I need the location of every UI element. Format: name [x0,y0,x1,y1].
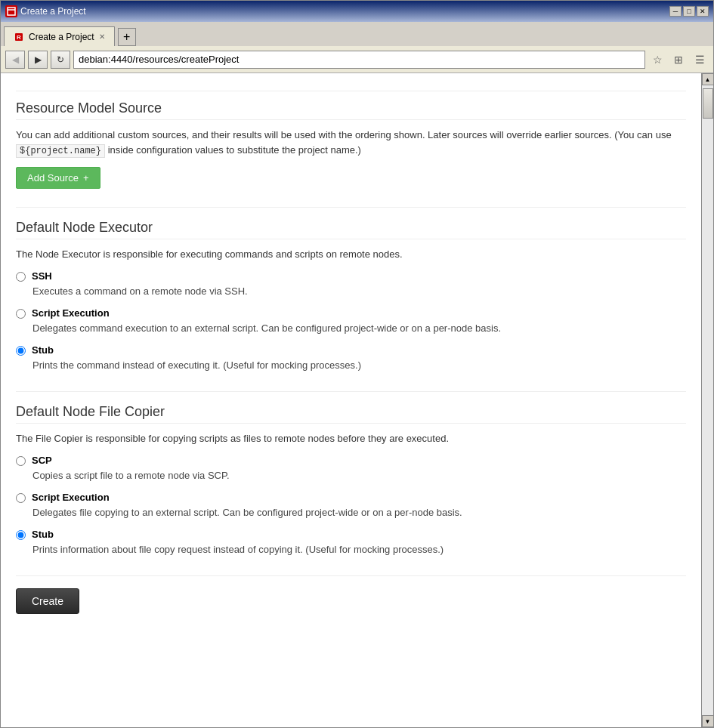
section-divider-2 [16,391,686,392]
window-controls: ─ □ ✕ [669,6,709,17]
copier-script-radio[interactable] [16,493,26,503]
browser-window: Create a Project ─ □ ✕ R Create a Projec… [0,0,714,728]
scrollbar-thumb[interactable] [703,88,713,119]
executor-stub-option: Stub [16,344,686,356]
copier-script-desc: Delegates file copying to an external sc… [32,506,686,520]
copier-stub-desc: Prints information about file copy reque… [32,543,686,557]
nav-bar: ◀ ▶ ↻ debian:4440/resources/createProjec… [1,46,713,73]
back-button[interactable]: ◀ [5,51,25,69]
copier-script-label[interactable]: Script Execution [32,492,110,503]
minimize-button[interactable]: ─ [669,6,682,17]
scroll-up-button[interactable]: ▲ [702,73,714,85]
close-button[interactable]: ✕ [697,6,709,17]
copier-scp-label[interactable]: SCP [32,455,52,466]
file-copier-desc: The File Copier is responsible for copyi… [16,431,686,446]
section-divider-3 [16,575,686,576]
add-source-label: Add Source [27,172,79,184]
menu-icon[interactable]: ☰ [691,51,709,69]
node-executor-title: Default Node Executor [16,220,686,239]
scrollbar: ▲ ▼ [701,73,713,727]
tab-close-button[interactable]: ✕ [99,32,105,41]
executor-script-desc: Delegates command execution to an extern… [32,322,686,335]
file-copier-section: Default Node File Copier The File Copier… [16,404,686,557]
content-area: Resource Model Source You can add additi… [1,73,713,727]
executor-ssh-option: SSH [16,270,686,282]
executor-stub-desc: Prints the command instead of executing … [32,359,686,372]
app-icon [5,5,17,17]
copier-stub-radio[interactable] [16,530,26,540]
add-source-icon: + [83,172,89,184]
forward-button[interactable]: ▶ [28,51,48,69]
resource-model-section: Resource Model Source You can add additi… [16,100,686,189]
copier-script-option: Script Execution [16,492,686,503]
maximize-button[interactable]: □ [683,6,695,17]
title-bar: Create a Project ─ □ ✕ [1,1,713,22]
page-content: Resource Model Source You can add additi… [1,73,701,727]
add-source-button[interactable]: Add Source + [16,167,100,189]
svg-text:R: R [17,34,21,41]
section-divider-1 [16,207,686,208]
executor-stub-radio[interactable] [16,346,26,356]
star-icon[interactable]: ☆ [648,51,666,69]
executor-ssh-label[interactable]: SSH [32,270,52,282]
refresh-button[interactable]: ↻ [51,51,70,69]
active-tab[interactable]: R Create a Project ✕ [4,26,115,46]
executor-script-label[interactable]: Script Execution [32,307,110,319]
top-scroll-indicator [16,82,686,91]
node-executor-section: Default Node Executor The Node Executor … [16,220,686,373]
executor-script-option: Script Execution [16,307,686,319]
copier-stub-option: Stub [16,529,686,540]
tab-label: Create a Project [29,32,94,42]
svg-rect-0 [8,8,15,15]
resource-model-code: ${project.name} [16,144,105,158]
resource-model-desc-part1: You can add additional custom sources, a… [16,129,672,140]
node-executor-desc: The Node Executor is responsible for exe… [16,247,686,262]
create-button[interactable]: Create [16,588,79,614]
copier-scp-radio[interactable] [16,456,26,466]
executor-ssh-desc: Executes a command on a remote node via … [32,285,686,298]
executor-script-radio[interactable] [16,309,26,319]
resource-model-title: Resource Model Source [16,100,686,120]
copier-scp-desc: Copies a script file to a remote node vi… [32,469,686,483]
copier-stub-label[interactable]: Stub [32,529,54,540]
executor-ssh-radio[interactable] [16,272,26,282]
file-copier-title: Default Node File Copier [16,404,686,424]
tab-bar: R Create a Project ✕ + [1,22,713,46]
copier-scp-option: SCP [16,455,686,466]
new-tab-button[interactable]: + [118,28,136,46]
url-text: debian:4440/resources/createProject [79,54,239,65]
window-title: Create a Project [20,6,666,17]
scrollbar-track[interactable] [702,85,714,715]
address-bar[interactable]: debian:4440/resources/createProject [73,51,645,69]
create-button-container: Create [16,588,686,614]
resource-model-desc: You can add additional custom sources, a… [16,128,686,158]
tab-icon: R [14,32,24,42]
scroll-down-button[interactable]: ▼ [702,715,714,727]
resource-model-desc-part2: inside configuration values to substitut… [105,144,361,156]
nav-icons: ☆ ⊞ ☰ [648,51,709,69]
executor-stub-label[interactable]: Stub [32,344,54,356]
bookmark-icon[interactable]: ⊞ [669,51,688,69]
